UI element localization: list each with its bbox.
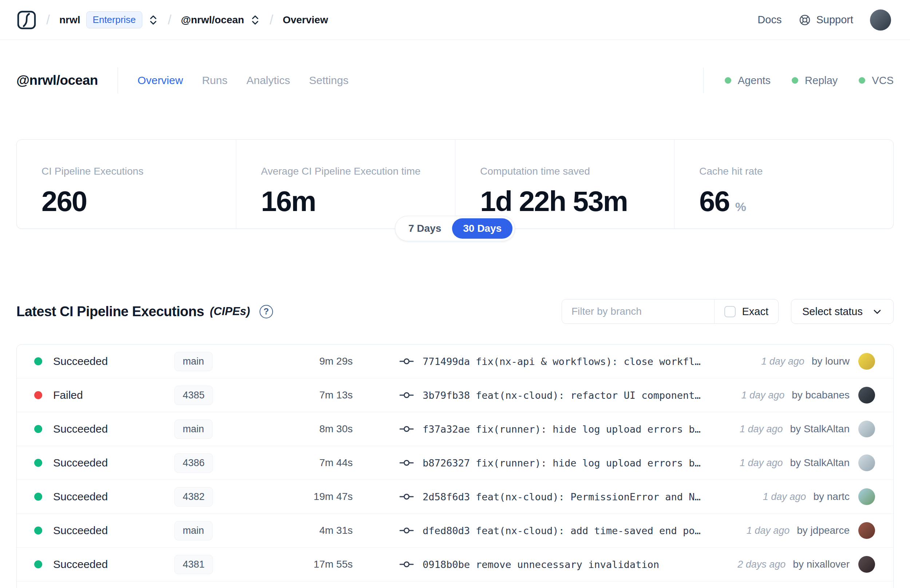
commit-cell: 771499da fix(nx-api & workflows): close … bbox=[399, 356, 701, 367]
tab-settings[interactable]: Settings bbox=[309, 74, 348, 87]
cipe-row[interactable]: Succeeded main 9m 29s 771499da fix(nx-ap… bbox=[17, 344, 893, 378]
service-status-group: AgentsReplayVCS bbox=[703, 68, 894, 93]
status-dot bbox=[859, 77, 865, 84]
duration: 7m 44s bbox=[270, 457, 353, 468]
status-cell: Succeeded bbox=[34, 491, 175, 503]
commit-hash[interactable]: 0918b0be bbox=[423, 559, 470, 570]
org-selector[interactable]: nrwl Enterprise bbox=[59, 11, 158, 28]
status-select[interactable]: Select status bbox=[791, 299, 894, 324]
cipe-row[interactable]: Succeeded 4382 19m 47s 2d58f6d3 feat(nx-… bbox=[17, 480, 893, 514]
cipe-row[interactable]: Succeeded 4386 7m 44s b8726327 fix(runne… bbox=[17, 446, 893, 480]
status-cell: Succeeded bbox=[34, 457, 175, 469]
author: by nixallover bbox=[793, 559, 850, 570]
branch-cell: 4382 bbox=[175, 487, 270, 507]
branch-badge: main bbox=[175, 521, 213, 540]
cipe-row[interactable]: Succeeded main 8m 30s f37a32ae fix(runne… bbox=[17, 412, 893, 446]
commit-hash[interactable]: 3b79fb38 bbox=[423, 390, 470, 401]
tab-runs[interactable]: Runs bbox=[202, 74, 228, 87]
branch-badge: 4386 bbox=[175, 453, 213, 473]
service-status-replay[interactable]: Replay bbox=[792, 74, 837, 87]
status-dot bbox=[34, 527, 42, 535]
stat-card: Average CI Pipeline Execution time16m bbox=[236, 140, 455, 228]
status-label: Succeeded bbox=[53, 491, 108, 503]
git-commit-icon bbox=[399, 561, 414, 569]
commit-cell: b8726327 fix(runner): hide log upload er… bbox=[399, 457, 701, 468]
duration: 19m 47s bbox=[270, 491, 353, 502]
service-label: VCS bbox=[872, 74, 894, 87]
service-label: Replay bbox=[805, 74, 837, 87]
service-status-agents[interactable]: Agents bbox=[725, 74, 771, 87]
help-icon[interactable]: ? bbox=[260, 305, 273, 318]
author-avatar bbox=[858, 387, 875, 404]
commit-hash[interactable]: 2d58f6d3 bbox=[423, 491, 470, 502]
git-commit-icon bbox=[399, 459, 414, 467]
section-title-suffix: (CIPEs) bbox=[210, 305, 250, 318]
branch-cell: 4386 bbox=[175, 453, 270, 473]
user-avatar[interactable] bbox=[870, 10, 891, 31]
author-avatar bbox=[858, 522, 875, 539]
time-ago: 1 day ago bbox=[740, 423, 783, 435]
range-option-7-days[interactable]: 7 Days bbox=[398, 218, 452, 239]
cipe-row[interactable]: Failed 4385 7m 13s 3b79fb38 feat(nx-clou… bbox=[17, 378, 893, 412]
chevron-down-icon bbox=[872, 306, 883, 317]
branch-cell: main bbox=[175, 420, 270, 439]
branch-filter-input[interactable] bbox=[562, 299, 714, 323]
stat-value: 16m bbox=[261, 187, 315, 216]
commit-cell: 2d58f6d3 feat(nx-cloud): PermissionError… bbox=[399, 491, 701, 502]
author: by lourw bbox=[812, 355, 850, 367]
author-avatar bbox=[858, 454, 875, 471]
workspace-name: @nrwl/ocean bbox=[181, 14, 244, 26]
author: by StalkAltan bbox=[790, 457, 850, 468]
branch-badge: 4385 bbox=[175, 386, 213, 405]
chevron-updown-icon bbox=[148, 14, 158, 26]
meta-cell: 1 day ago by StalkAltan bbox=[740, 421, 875, 437]
cipe-row[interactable]: Succeeded 4381 17m 55s 0918b0be remove u… bbox=[17, 548, 893, 582]
branch-filter-group: Exact bbox=[562, 299, 779, 324]
commit-hash[interactable]: b8726327 bbox=[423, 457, 470, 468]
cipe-row[interactable]: Succeeded main 4m 31s dfed80d3 feat(nx-c… bbox=[17, 514, 893, 548]
git-commit-icon bbox=[399, 425, 414, 433]
commit-message: feat(nx-cloud): PermissionError and N… bbox=[476, 491, 701, 502]
support-label: Support bbox=[816, 14, 853, 26]
stat-card: CI Pipeline Executions260 bbox=[17, 140, 236, 228]
stats-cards: CI Pipeline Executions260Average CI Pipe… bbox=[16, 139, 894, 229]
service-label: Agents bbox=[738, 74, 771, 87]
duration: 9m 29s bbox=[270, 355, 353, 367]
tab-analytics[interactable]: Analytics bbox=[246, 74, 290, 87]
stat-suffix: % bbox=[735, 200, 746, 214]
commit-hash[interactable]: 771499da bbox=[423, 356, 470, 367]
author-avatar bbox=[858, 556, 875, 573]
meta-cell: 1 day ago by bcabanes bbox=[742, 387, 875, 404]
tab-overview[interactable]: Overview bbox=[137, 74, 183, 87]
branch-cell: 4385 bbox=[175, 386, 270, 405]
author-avatar bbox=[858, 353, 875, 370]
status-cell: Succeeded bbox=[34, 355, 175, 367]
branch-badge: 4381 bbox=[175, 555, 213, 574]
status-dot bbox=[34, 493, 42, 501]
commit-message: fix(nx-api & workflows): close workfl… bbox=[476, 356, 701, 367]
stat-value: 66 bbox=[699, 187, 729, 216]
partial-row bbox=[17, 582, 893, 588]
breadcrumb: / nrwl Enterprise / @nrwl/ocean / Overvi… bbox=[16, 10, 328, 30]
exact-checkbox[interactable] bbox=[724, 306, 735, 317]
commit-message: fix(runner): hide log upload errors b… bbox=[476, 457, 701, 468]
workspace-selector[interactable]: @nrwl/ocean bbox=[181, 14, 260, 26]
stat-value: 1d 22h 53m bbox=[480, 187, 627, 216]
status-cell: Succeeded bbox=[34, 423, 175, 435]
commit-hash[interactable]: dfed80d3 bbox=[423, 525, 470, 536]
support-link[interactable]: Support bbox=[798, 13, 853, 27]
commit-message: remove unnecessary invalidation bbox=[476, 559, 659, 570]
docs-link[interactable]: Docs bbox=[758, 14, 782, 26]
cipe-section-header: Latest CI Pipeline Executions (CIPEs) ? … bbox=[16, 299, 894, 324]
exact-label: Exact bbox=[742, 305, 768, 318]
service-status-vcs[interactable]: VCS bbox=[859, 74, 894, 87]
time-ago: 2 days ago bbox=[737, 559, 786, 570]
nx-cloud-logo[interactable] bbox=[16, 10, 37, 30]
stat-label: Cache hit rate bbox=[699, 165, 883, 177]
status-dot bbox=[34, 357, 42, 365]
range-option-30-days[interactable]: 30 Days bbox=[452, 218, 512, 239]
author: by jdpearce bbox=[797, 525, 850, 536]
branch-badge: 4382 bbox=[175, 487, 213, 507]
git-commit-icon bbox=[399, 493, 414, 501]
commit-hash[interactable]: f37a32ae bbox=[423, 423, 470, 435]
